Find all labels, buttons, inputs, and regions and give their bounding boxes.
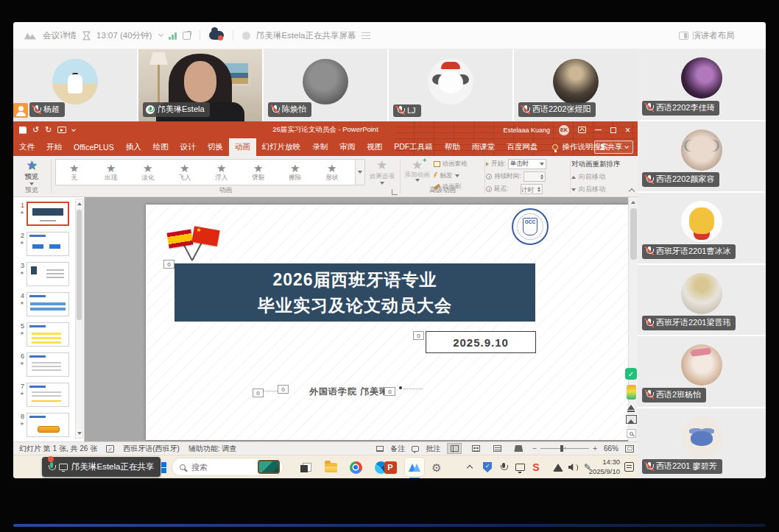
- scrollbar-thumb[interactable]: [77, 210, 82, 320]
- animation-order-badge[interactable]: 0: [384, 387, 395, 396]
- participant-tile[interactable]: 西语2202颜家容: [638, 121, 766, 192]
- redo-icon[interactable]: ↻: [45, 126, 52, 134]
- antivirus-tray-button[interactable]: ✓: [479, 458, 496, 476]
- animation-wipe[interactable]: ★擦除: [277, 160, 314, 185]
- screen-share-tray-button[interactable]: [511, 458, 529, 476]
- sogou-input-button[interactable]: S: [527, 458, 545, 476]
- meeting-app-button-active[interactable]: [404, 457, 425, 477]
- slide-thumbnail[interactable]: 8★: [15, 413, 84, 437]
- participant-tile[interactable]: 西语2202张煜阳: [514, 49, 638, 121]
- thumbnail-scrollbar[interactable]: [75, 199, 83, 439]
- spellcheck-icon[interactable]: ✓: [106, 445, 114, 453]
- tab-review[interactable]: 审阅: [334, 138, 361, 156]
- scroll-up-button[interactable]: [629, 197, 638, 207]
- upload-icon[interactable]: [627, 405, 635, 410]
- slide-date-box[interactable]: 2025.9.10: [426, 331, 536, 353]
- comments-button[interactable]: 批注: [426, 444, 440, 454]
- college-logo[interactable]: GCC: [512, 208, 549, 245]
- tab-design[interactable]: 设计: [175, 138, 202, 156]
- qat-dropdown-icon[interactable]: [72, 127, 77, 132]
- taskbar-search[interactable]: [172, 458, 283, 476]
- ribbon-display-options-icon[interactable]: [578, 127, 586, 133]
- animation-order-badge[interactable]: 0: [278, 385, 289, 394]
- tab-pdf-tools[interactable]: PDF工具箱: [388, 138, 439, 156]
- mic-tray-button[interactable]: [495, 458, 512, 476]
- slide-thumbnail[interactable]: 4★: [15, 292, 84, 316]
- animation-shape[interactable]: ★形状: [314, 160, 350, 185]
- participant-tile[interactable]: 西语2201 廖碧芳: [638, 408, 766, 479]
- fit-to-window-icon[interactable]: [625, 445, 634, 453]
- tab-insert[interactable]: 插入: [120, 138, 147, 156]
- magnifier-button[interactable]: [627, 429, 636, 438]
- tab-record[interactable]: 录制: [306, 138, 334, 156]
- tab-file[interactable]: 文件: [13, 138, 40, 156]
- slide-sorter-view-button[interactable]: [468, 443, 483, 454]
- settings-button[interactable]: ⚙: [428, 458, 445, 476]
- security-check-icon[interactable]: ✓: [625, 368, 637, 380]
- search-input[interactable]: [190, 462, 246, 472]
- meeting-timer[interactable]: 13:07 (40分钟): [96, 30, 152, 41]
- file-explorer-button[interactable]: [322, 458, 339, 476]
- slide-thumbnail[interactable]: 1★: [15, 202, 84, 226]
- accessibility-status[interactable]: 辅助功能: 调查: [188, 444, 237, 454]
- start-slideshow-icon[interactable]: [57, 127, 66, 133]
- start-dropdown[interactable]: 单击时: [508, 159, 546, 169]
- participant-tile[interactable]: 西语2202李佳琦: [638, 49, 766, 120]
- tab-slideshow[interactable]: 幻灯片放映: [256, 138, 307, 156]
- tab-home[interactable]: 开始: [40, 138, 68, 156]
- restore-button[interactable]: [610, 127, 616, 133]
- collapse-ribbon-button[interactable]: [628, 187, 635, 194]
- dialog-launcher-icon[interactable]: [392, 189, 398, 195]
- slide-thumbnail[interactable]: 3★: [15, 262, 84, 286]
- tray-expand-button[interactable]: [461, 458, 479, 476]
- reading-view-button[interactable]: [490, 443, 504, 454]
- animation-pane-button[interactable]: 动画窗格: [434, 160, 481, 169]
- slide-title-box[interactable]: 2026届西班牙语专业 毕业实习及论文动员大会: [175, 263, 535, 322]
- slide-thumbnail[interactable]: 2★: [15, 232, 84, 256]
- spain-china-flags[interactable]: ★: [168, 228, 219, 262]
- scroll-down-button[interactable]: [76, 429, 82, 438]
- animation-order-badge[interactable]: 0: [253, 389, 264, 397]
- assistant-gradient-icon[interactable]: [627, 385, 636, 400]
- account-name[interactable]: Estelaaa Kuang: [503, 127, 550, 134]
- zoom-slider[interactable]: [540, 448, 589, 449]
- preview-button[interactable]: ★ 预览 预览: [13, 156, 50, 196]
- trigger-button[interactable]: 触发: [434, 171, 481, 180]
- save-icon[interactable]: [19, 127, 27, 134]
- zoom-in-button[interactable]: +: [593, 444, 597, 453]
- participant-tile[interactable]: 西班牙语2201梁晋玮: [638, 265, 766, 336]
- participant-tile[interactable]: 西班牙语2201曹冰冰: [638, 193, 766, 263]
- gallery-more-button[interactable]: [356, 159, 365, 185]
- powerpoint-button[interactable]: P: [381, 458, 399, 476]
- meeting-details-button[interactable]: 会议详情: [43, 30, 77, 41]
- animation-order-badge[interactable]: 0: [413, 331, 424, 340]
- animation-float-in[interactable]: ★浮入: [203, 160, 240, 185]
- tab-yuketang[interactable]: 雨课堂: [466, 138, 501, 156]
- participant-tile[interactable]: LJ: [389, 49, 512, 121]
- scrollbar-thumb[interactable]: [630, 208, 637, 260]
- minimize-button[interactable]: [595, 130, 602, 130]
- search-daily-image[interactable]: [258, 460, 280, 474]
- tab-draw[interactable]: 绘图: [147, 138, 175, 156]
- undo-icon[interactable]: ↺: [32, 126, 39, 134]
- slide-footer-text[interactable]: 外国语学院 邝美琳: [309, 386, 389, 398]
- zoom-level[interactable]: 66%: [604, 444, 618, 453]
- notes-button[interactable]: 备注: [390, 444, 405, 454]
- start-setting[interactable]: 开始: 单击时: [486, 159, 569, 169]
- slide-thumbnail[interactable]: 7★: [15, 383, 84, 407]
- language-status[interactable]: 西班牙语(西班牙): [123, 444, 180, 454]
- close-button[interactable]: ×: [625, 126, 630, 135]
- tab-transitions[interactable]: 切换: [202, 138, 229, 156]
- animation-fade[interactable]: ★淡化: [130, 160, 166, 185]
- animation-appear[interactable]: ★出现: [93, 160, 130, 185]
- account-avatar[interactable]: EK: [559, 125, 569, 135]
- tab-help[interactable]: 帮助: [439, 138, 466, 156]
- slideshow-view-button[interactable]: [511, 443, 526, 454]
- tab-animations[interactable]: 动画: [229, 138, 256, 156]
- sharing-indicator-pill[interactable]: 邝美琳Estela正在共享: [42, 457, 161, 477]
- slide-thumbnail[interactable]: 5★: [15, 322, 84, 347]
- normal-view-button[interactable]: [447, 443, 462, 454]
- animation-none[interactable]: ★无: [56, 160, 93, 185]
- move-earlier-button[interactable]: 向前移动: [571, 172, 638, 182]
- animation-split[interactable]: ★劈裂: [240, 160, 277, 185]
